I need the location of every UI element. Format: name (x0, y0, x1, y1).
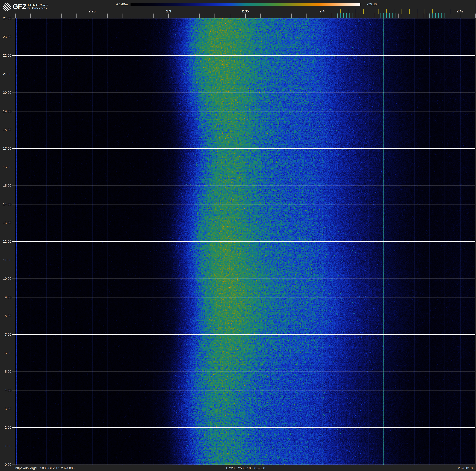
ble-channel-tick (392, 13, 393, 18)
ble-channel-tick (423, 13, 423, 18)
freq-tick-label: 2.3 (162, 9, 176, 13)
doi-link: https://doi.org/10.5880/GFZ.1.2.2024.003 (15, 466, 138, 470)
page: GFZ Helmholtz Centre for Geosciences -75… (0, 0, 476, 471)
logo-subtitle: Helmholtz Centre for Geosciences (27, 4, 48, 10)
hour-gridline (15, 167, 476, 167)
freq-minor-tick (153, 14, 153, 18)
ble-channel-tick (374, 13, 374, 18)
freq-minor-tick (475, 14, 476, 18)
freq-minor-tick (61, 14, 62, 18)
hour-gridline (15, 279, 476, 279)
ble-channel-tick (343, 13, 344, 18)
freq-minor-tick (184, 14, 184, 18)
ble-channel-tick (349, 13, 350, 18)
ble-channel-tick (362, 13, 362, 18)
freq-minor-tick (291, 14, 292, 18)
hour-label: 23:00 (0, 35, 11, 39)
freq-minor-tick (138, 14, 138, 18)
freq-minor-tick (15, 14, 16, 18)
freq-minor-tick (30, 14, 31, 18)
hour-tick (12, 223, 15, 223)
hour-tick (12, 204, 15, 204)
hour-gridline (15, 241, 476, 242)
ble-channel-tick (395, 13, 396, 18)
hour-label: 2:00 (0, 425, 11, 430)
freq-major-tick (460, 14, 460, 18)
hour-gridline (15, 260, 476, 260)
hour-label: 22:00 (0, 54, 11, 57)
ble-channel-tick (405, 13, 405, 18)
ble-channel-tick (408, 13, 408, 18)
hour-tick (12, 279, 15, 279)
logo-subtitle-line1: Helmholtz Centre (27, 4, 48, 7)
hour-gridline (15, 55, 476, 56)
wifi-channel-tick (386, 9, 387, 14)
wifi-channel-tick (402, 9, 402, 14)
hour-gridline (15, 74, 476, 74)
freq-minor-tick (76, 14, 77, 18)
hour-label: 10:00 (0, 277, 11, 281)
hour-gridline (15, 111, 476, 111)
freq-tick-label: 2.25 (85, 9, 99, 13)
wifi-channel-tick (409, 9, 410, 14)
colorbar-min-label: -75 dBm (101, 3, 128, 6)
hour-gridline (15, 92, 476, 93)
hour-label: 21:00 (0, 72, 11, 76)
hour-gridline (15, 130, 476, 130)
hour-gridline (15, 148, 476, 149)
ble-channel-tick (420, 13, 420, 18)
ble-channel-tick (399, 13, 399, 18)
date-label: 2026-01-08 (444, 466, 475, 470)
ble-channel-tick (414, 13, 414, 18)
hour-tick (12, 316, 15, 316)
hour-tick (12, 297, 15, 297)
ble-channel-tick (368, 13, 368, 18)
hour-label: 3:00 (0, 407, 11, 411)
hour-label: 9:00 (0, 295, 11, 299)
ble-channel-tick (334, 13, 334, 18)
hour-label: 1:00 (0, 444, 11, 448)
hour-tick (12, 427, 15, 428)
hour-gridline (15, 372, 476, 372)
ble-channel-tick (356, 13, 356, 18)
wifi-channel-tick (363, 9, 364, 14)
ble-channel-tick (328, 13, 328, 18)
freq-minor-tick (306, 14, 307, 18)
freq-minor-tick (215, 14, 215, 18)
ble-channel-tick (402, 13, 402, 18)
hour-tick (12, 55, 15, 56)
logo-subtitle-line2: for Geosciences (27, 7, 48, 10)
freq-tick-label: 2.4 (315, 9, 329, 13)
hour-tick (12, 148, 15, 149)
wifi-channel-tick (378, 9, 379, 14)
hour-label: 13:00 (0, 221, 11, 225)
ble-channel-tick (383, 13, 384, 18)
plot-bottom-border (15, 465, 476, 465)
hour-tick (12, 353, 15, 353)
ble-channel-tick (325, 13, 325, 18)
freq-tick-label: 2.35 (238, 9, 252, 13)
hour-label: 4:00 (0, 388, 11, 392)
hour-gridline (15, 37, 476, 37)
hour-label: 17:00 (0, 146, 11, 150)
ble-channel-tick (380, 13, 380, 18)
hour-tick (12, 18, 15, 18)
ble-channel-tick (365, 13, 365, 18)
ble-channel-tick (353, 13, 353, 18)
plot-top-border (15, 18, 476, 18)
hour-tick (12, 390, 15, 390)
ble-channel-tick (346, 13, 347, 18)
wifi-channel-tick (340, 9, 341, 14)
logo-org-name: GFZ (13, 2, 26, 11)
ble-channel-tick (426, 13, 426, 18)
wifi-channel-tick (371, 9, 371, 14)
hour-gridline (15, 390, 476, 390)
ble-channel-tick (411, 13, 411, 18)
hour-label: 0:00 (0, 463, 11, 467)
ble-channel-tick (444, 13, 445, 18)
hour-gridline (15, 297, 476, 297)
wifi-channel-tick (348, 9, 348, 14)
freq-minor-tick (260, 14, 261, 18)
hour-tick (12, 372, 15, 372)
ble-channel-tick (442, 13, 442, 18)
